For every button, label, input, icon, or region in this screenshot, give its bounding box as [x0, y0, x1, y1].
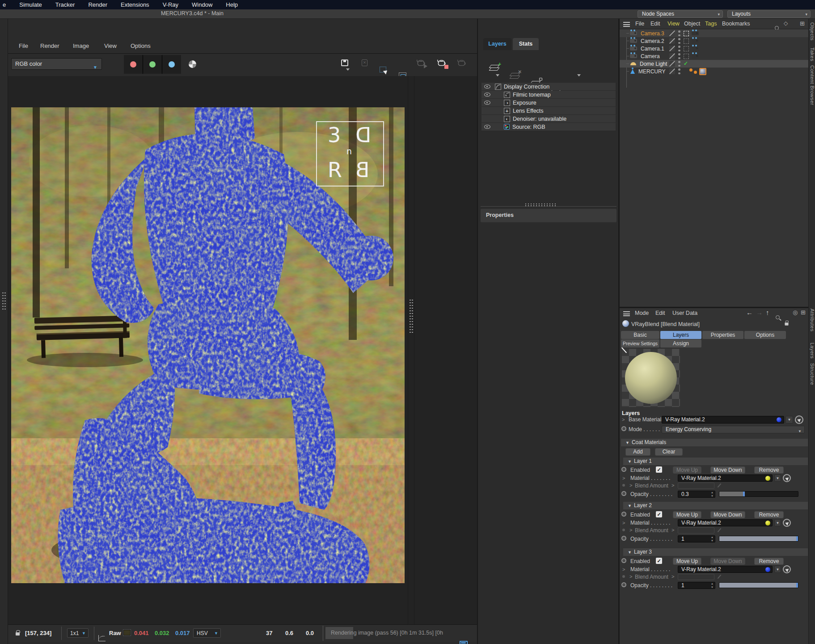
- layer2-material-field[interactable]: V-Ray Material.2: [678, 519, 773, 526]
- vfb-row-denoiser[interactable]: ◐ Denoiser: unavailable: [481, 115, 616, 123]
- vfb-row-filmic[interactable]: Filmic tonemap: [481, 91, 616, 98]
- param-circle-icon[interactable]: [621, 512, 626, 517]
- om-menu-object[interactable]: Object: [684, 21, 700, 27]
- vfb-row-source-rgb[interactable]: Source: RGB: [481, 123, 616, 131]
- hamburger-icon[interactable]: [623, 22, 630, 27]
- visibility-dots[interactable]: [678, 53, 680, 59]
- expand-arrow[interactable]: >: [629, 483, 632, 488]
- tab-layers[interactable]: Layers: [483, 38, 511, 50]
- am-menu-edit[interactable]: Edit: [655, 310, 665, 316]
- app-menu-item-vray[interactable]: V-Ray: [163, 1, 178, 8]
- material-picker[interactable]: [783, 519, 791, 527]
- rv-menu-view[interactable]: View: [104, 42, 117, 49]
- forward-arrow-icon[interactable]: →: [756, 309, 763, 316]
- blend-amount-field[interactable]: [678, 527, 714, 534]
- om-menu-edit[interactable]: Edit: [650, 21, 660, 27]
- enabled-checkbox[interactable]: ✓: [656, 466, 662, 473]
- add-box-icon[interactable]: ⊞: [800, 20, 805, 27]
- add-box-icon[interactable]: ⊞: [801, 309, 806, 316]
- tab-options[interactable]: Options: [744, 331, 786, 339]
- eye-icon[interactable]: [484, 93, 490, 97]
- move-up-button[interactable]: Move Up: [673, 558, 701, 565]
- layer3-header[interactable]: ▼Layer 3: [623, 548, 808, 556]
- param-circle-icon[interactable]: [621, 558, 626, 563]
- pane-drag-handle[interactable]: [409, 299, 413, 335]
- base-material-chevron[interactable]: ▼: [785, 416, 793, 424]
- color-mode-dropdown[interactable]: HSV ▼: [193, 628, 221, 638]
- visibility-dots[interactable]: [678, 30, 680, 36]
- blend-amount-field[interactable]: [678, 483, 714, 489]
- material-tag-icon[interactable]: [694, 71, 697, 74]
- curve-icon[interactable]: [98, 635, 106, 641]
- tab-basic[interactable]: Basic: [621, 331, 659, 339]
- tab-layers[interactable]: Layers: [660, 331, 701, 339]
- enabled-checkbox[interactable]: ✓: [656, 558, 662, 564]
- render-last-button[interactable]: [416, 59, 427, 68]
- rv-menu-options[interactable]: Options: [131, 42, 151, 49]
- remove-button[interactable]: Remove: [754, 511, 784, 518]
- expand-arrow[interactable]: >: [629, 574, 632, 579]
- move-down-button[interactable]: Move Down: [710, 558, 745, 565]
- tab-properties[interactable]: Properties: [702, 331, 743, 339]
- side-tab-structure[interactable]: Structure: [810, 363, 815, 385]
- channel-dropdown[interactable]: RGB color ▼: [11, 58, 102, 70]
- slider-handle[interactable]: [796, 583, 798, 588]
- object-row-mercury[interactable]: MERCURY: [620, 68, 810, 75]
- layer1-material-field[interactable]: V-Ray Material.2: [678, 475, 773, 482]
- visibility-dots[interactable]: [678, 38, 680, 44]
- spinner-icon[interactable]: ▲▼: [711, 535, 714, 542]
- material-tag-icon[interactable]: [689, 68, 693, 72]
- object-row-camera[interactable]: Camera: [620, 52, 810, 60]
- layer2-opacity-slider[interactable]: [719, 536, 798, 542]
- move-up-button[interactable]: Move Up: [673, 511, 701, 518]
- param-circle-icon[interactable]: [621, 426, 626, 431]
- check-icon[interactable]: ✓: [684, 60, 688, 67]
- camera-tag-icon[interactable]: [692, 31, 699, 35]
- base-material-field[interactable]: V-Ray Material.2: [662, 416, 784, 424]
- layer3-material-field[interactable]: V-Ray Material.2: [678, 566, 773, 573]
- expand-arrow[interactable]: >: [629, 527, 632, 533]
- texture-tag-icon[interactable]: [699, 68, 706, 75]
- stop-render-button[interactable]: [436, 59, 447, 68]
- expand-arrow[interactable]: >: [622, 475, 625, 481]
- om-menu-file[interactable]: File: [635, 21, 644, 27]
- layer-toggle[interactable]: [669, 53, 675, 59]
- add-button[interactable]: Add: [625, 448, 650, 456]
- clear-image-button[interactable]: ✕: [362, 59, 367, 66]
- render-teapot-button[interactable]: [456, 59, 467, 68]
- layer2-opacity-value[interactable]: 1 ▲▼: [678, 535, 715, 542]
- om-menu-bookmarks[interactable]: Bookmarks: [722, 21, 750, 27]
- lock-icon[interactable]: [16, 632, 20, 636]
- lock-icon[interactable]: [785, 322, 788, 325]
- red-channel-button[interactable]: [124, 55, 143, 74]
- app-menu-item-simulate[interactable]: Simulate: [19, 1, 42, 8]
- spinner-icon[interactable]: ▲▼: [711, 491, 714, 498]
- enabled-checkbox[interactable]: ✓: [656, 511, 662, 517]
- spinner-icon[interactable]: ▲▼: [711, 582, 714, 589]
- object-row-camera3[interactable]: Camera.3: [620, 30, 810, 37]
- am-menu-user-data[interactable]: User Data: [672, 310, 697, 316]
- clear-button[interactable]: Clear: [655, 448, 683, 456]
- eye-icon[interactable]: [484, 101, 490, 105]
- expand-arrow[interactable]: >: [671, 527, 674, 533]
- rv-menu-file[interactable]: File: [19, 42, 28, 49]
- material-chevron[interactable]: ▼: [774, 475, 781, 482]
- active-camera-marker[interactable]: [684, 46, 689, 51]
- expand-arrow[interactable]: >: [671, 574, 674, 579]
- diamond-icon[interactable]: ◇: [784, 20, 788, 26]
- render-canvas[interactable]: 3 D n R B: [8, 76, 477, 624]
- material-picker[interactable]: [783, 565, 791, 573]
- material-chevron[interactable]: ▼: [774, 566, 781, 573]
- param-circle-icon[interactable]: [621, 582, 626, 587]
- side-tab-layers[interactable]: Layers: [810, 343, 815, 359]
- visibility-dots[interactable]: [678, 61, 680, 67]
- rv-menu-image[interactable]: Image: [73, 42, 89, 49]
- object-row-camera1[interactable]: Camera.1: [620, 45, 810, 52]
- active-camera-marker[interactable]: [684, 31, 689, 36]
- layer-toggle[interactable]: [669, 68, 675, 74]
- render-history-icon[interactable]: [460, 641, 468, 644]
- up-arrow-icon[interactable]: ↑: [766, 309, 769, 316]
- side-tab-objects[interactable]: Objects: [810, 22, 815, 41]
- remove-button[interactable]: Remove: [754, 558, 784, 565]
- expand-arrow[interactable]: >: [671, 483, 674, 488]
